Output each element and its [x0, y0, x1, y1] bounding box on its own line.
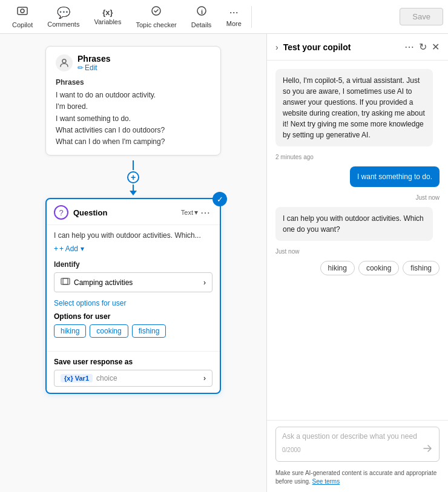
select-options-link[interactable]: Select options for user: [54, 299, 126, 307]
question-card-header: ? Question Text ▾ ⋯: [47, 199, 220, 225]
toolbar-details-label: Details: [191, 21, 212, 28]
edit-icon: ✏: [77, 64, 84, 72]
add-chevron-icon: ▾: [81, 244, 84, 253]
copilot-more-button[interactable]: ⋯: [404, 41, 414, 53]
identify-value: Camping activities: [74, 278, 133, 287]
svg-point-5: [62, 59, 66, 63]
add-icon: +: [54, 244, 58, 253]
user-message-0: I want something to do.: [350, 166, 440, 187]
svg-point-1: [21, 9, 24, 13]
phrase-line-1: I'm bored.: [56, 101, 211, 113]
option-tag-hiking[interactable]: hiking: [54, 324, 86, 338]
copilot-input-placeholder: Ask a question or describe what you need: [282, 432, 433, 441]
toolbar-divider: [251, 6, 252, 28]
bot-message-1: I can help you with outdoor activities. …: [275, 207, 433, 241]
bot-message-0: Hello, I'm copilot-5, a virtual assistan…: [275, 69, 433, 146]
phrases-card-title: Phrases: [77, 54, 211, 64]
save-response-box[interactable]: {x} Var1 choice ›: [54, 370, 212, 387]
phrase-line-4: What can I do when I'm camping?: [56, 136, 211, 148]
question-icon: ?: [54, 205, 68, 220]
phrases-content: Phrases I want to do an outdoor activity…: [56, 77, 211, 148]
question-card-check: ✓: [212, 192, 227, 206]
phrases-card-header: Phrases ✏ Edit: [56, 54, 211, 72]
option-tag-fishing[interactable]: fishing: [132, 324, 166, 338]
svg-rect-0: [18, 7, 27, 15]
toolbar-more-label: More: [226, 20, 242, 27]
toolbar-item-comments[interactable]: 💬 Comments: [40, 4, 87, 30]
svg-text:i: i: [201, 8, 203, 15]
phrase-line-0: I want to do an outdoor activity.: [56, 90, 211, 101]
svg-rect-7: [63, 278, 68, 284]
toolbar-variables-label: Variables: [94, 18, 121, 25]
copilot-panel: › Test your copilot ⋯ ↻ ✕ Hello, I'm cop…: [266, 34, 448, 492]
svg-rect-6: [61, 278, 70, 284]
copilot-refresh-button[interactable]: ↻: [419, 41, 427, 53]
toolbar-topic-checker-label: Topic checker: [136, 21, 176, 28]
identify-box[interactable]: Camping activities ›: [54, 272, 212, 292]
save-response-chevron-icon: ›: [203, 374, 206, 382]
option-tags: hiking cooking fishing: [54, 324, 212, 338]
copilot-messages: Hello, I'm copilot-5, a virtual assistan…: [267, 61, 448, 420]
send-button[interactable]: [422, 443, 433, 456]
toolbar-comments-label: Comments: [47, 21, 79, 28]
save-response-label: Save user response as: [54, 358, 212, 366]
phrase-line-3: What activities can I do outdoors?: [56, 125, 211, 136]
question-card-body: I can help you with outdoor activities. …: [47, 225, 220, 351]
variables-icon: {x}: [102, 8, 113, 17]
copilot-title: Test your copilot: [283, 42, 400, 52]
canvas-panel: Phrases ✏ Edit Phrases I want to do an o…: [0, 34, 266, 492]
toolbar-item-more[interactable]: ··· More: [219, 4, 249, 30]
toolbar-item-details[interactable]: i Details: [184, 2, 219, 31]
user-timestamp-0: Just now: [416, 194, 440, 201]
see-terms-link[interactable]: See terms: [312, 478, 340, 485]
save-response-section: Save user response as {x} Var1 choice ›: [47, 351, 220, 393]
toolbar-copilot-label: Copilot: [12, 21, 33, 28]
topic-checker-icon: [150, 5, 162, 20]
choice-label: choice: [96, 374, 117, 382]
toolbar-item-variables[interactable]: {x} Variables: [87, 5, 128, 28]
copilot-input-area: Ask a question or describe what you need…: [267, 420, 448, 465]
copilot-icon: [16, 5, 28, 20]
connector-line-mid: [133, 185, 134, 191]
copilot-close-button[interactable]: ✕: [432, 41, 440, 53]
connector-arrow: [130, 191, 137, 195]
question-more-button[interactable]: ⋯: [198, 207, 212, 218]
chip-cooking[interactable]: cooking: [358, 261, 399, 275]
copilot-header-actions: ⋯ ↻ ✕: [404, 41, 440, 53]
toolbar-item-topic-checker[interactable]: Topic checker: [128, 2, 183, 31]
var-badge: {x} Var1: [61, 374, 93, 382]
edit-link[interactable]: ✏ Edit: [77, 64, 211, 72]
copilot-collapse-button[interactable]: ›: [275, 42, 278, 52]
question-body-text: I can help you with outdoor activities. …: [54, 231, 212, 240]
phrase-line-2: I want something to do.: [56, 113, 211, 125]
toolbar: Copilot 💬 Comments {x} Variables Topic c…: [0, 0, 448, 34]
camping-icon: [61, 277, 70, 288]
bot-timestamp-1: Just now: [275, 248, 299, 255]
copilot-header: › Test your copilot ⋯ ↻ ✕: [267, 34, 448, 61]
bot-timestamp-0: 2 minutes ago: [275, 154, 314, 160]
connector-plus[interactable]: +: [127, 171, 139, 183]
chip-hiking[interactable]: hiking: [320, 261, 355, 275]
connector: +: [45, 160, 221, 195]
char-count: 0/2000: [282, 447, 301, 453]
main-area: Phrases ✏ Edit Phrases I want to do an o…: [0, 34, 448, 492]
more-icon: ···: [229, 6, 239, 19]
text-type-badge[interactable]: Text ▾: [181, 208, 198, 217]
option-tag-cooking[interactable]: cooking: [90, 324, 128, 338]
save-button[interactable]: Save: [400, 8, 443, 25]
chip-fishing[interactable]: fishing: [403, 261, 440, 275]
copilot-input-box: Ask a question or describe what you need…: [275, 427, 440, 462]
phrases-card-icon: [56, 54, 73, 71]
question-title: Question: [73, 208, 181, 217]
details-icon: i: [196, 5, 208, 20]
toolbar-item-copilot[interactable]: Copilot: [5, 2, 40, 31]
identify-chevron-icon: ›: [203, 278, 206, 287]
option-chips: hiking cooking fishing: [320, 261, 440, 275]
options-label: Options for user: [54, 312, 212, 321]
connector-line-top: [133, 160, 134, 170]
phrases-card: Phrases ✏ Edit Phrases I want to do an o…: [45, 46, 221, 156]
question-card: ✓ ? Question Text ▾ ⋯ I can help you wit…: [45, 198, 221, 394]
identify-label: Identify: [54, 260, 212, 269]
phrases-section-title: Phrases: [56, 77, 211, 88]
add-button[interactable]: + + Add ▾: [54, 244, 212, 253]
